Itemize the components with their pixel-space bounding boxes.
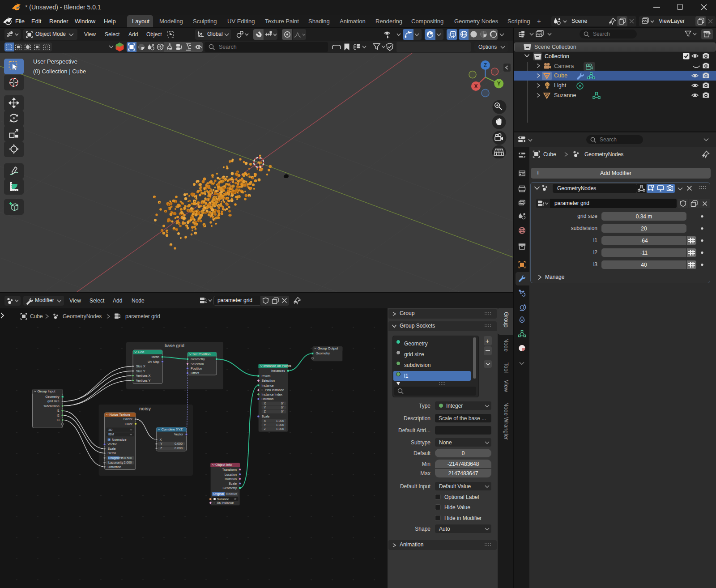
svg-text:Relative: Relative	[226, 492, 237, 495]
svg-text:Y: Y	[264, 423, 266, 427]
svg-text:grid size: grid size	[47, 399, 60, 403]
svg-text:Group Input: Group Input	[38, 389, 56, 393]
svg-text:Pick Instance: Pick Instance	[265, 388, 284, 392]
svg-text:Geometry: Geometry	[222, 486, 237, 490]
svg-text:base grid: base grid	[165, 343, 184, 348]
svg-text:UV Map: UV Map	[148, 360, 159, 364]
svg-text:Combine XYZ: Combine XYZ	[162, 427, 183, 431]
svg-text:Vertices Y: Vertices Y	[136, 379, 150, 383]
svg-text:l1: l1	[57, 409, 60, 413]
svg-text:1.000: 1.000	[276, 427, 284, 431]
svg-text:Rotation: Rotation	[261, 397, 273, 401]
svg-text:Mesh: Mesh	[151, 355, 159, 359]
svg-text:Vertices X: Vertices X	[136, 374, 151, 378]
svg-text:Suzanne: Suzanne	[217, 498, 229, 501]
svg-text:Vector: Vector	[174, 432, 183, 436]
svg-text:Normalize: Normalize	[112, 438, 126, 442]
svg-text:Grid: Grid	[138, 350, 144, 354]
svg-text:Z: Z	[484, 62, 487, 68]
svg-text:Location: Location	[225, 473, 237, 477]
svg-text:Detail: Detail	[108, 451, 116, 455]
svg-text:Lacunarity: Lacunarity	[108, 460, 124, 464]
svg-text:X: X	[264, 401, 266, 405]
svg-text:0°: 0°	[281, 401, 284, 405]
svg-text:Geometry: Geometry	[315, 351, 330, 355]
svg-text:Color: Color	[125, 422, 133, 426]
svg-text:3D: 3D	[108, 428, 112, 432]
svg-text:As Instance: As Instance	[217, 501, 234, 505]
svg-text:subdivision: subdivision	[43, 404, 60, 408]
svg-text:Rotation: Rotation	[225, 477, 237, 481]
svg-text:Instance on Points: Instance on Points	[263, 364, 291, 368]
svg-text:Group Output: Group Output	[317, 346, 338, 350]
svg-text:X: X	[160, 438, 162, 442]
svg-text:Y: Y	[264, 405, 266, 409]
svg-text:Y: Y	[160, 442, 162, 446]
svg-text:Instances: Instances	[271, 369, 285, 373]
svg-text:Transform: Transform	[222, 468, 237, 472]
svg-text:Size Y: Size Y	[136, 369, 145, 373]
svg-text:1.000: 1.000	[276, 419, 284, 423]
svg-text:Vector: Vector	[108, 442, 117, 446]
svg-text:0°: 0°	[281, 405, 284, 409]
svg-text:0.000: 0.000	[175, 446, 183, 450]
svg-text:Distortion: Distortion	[108, 465, 121, 469]
svg-text:0°: 0°	[281, 409, 284, 413]
svg-text:Original: Original	[213, 492, 224, 496]
svg-text:Points: Points	[261, 374, 270, 378]
svg-text:Selection: Selection	[261, 379, 275, 383]
svg-text:2.000: 2.000	[124, 460, 132, 464]
svg-text:0.000: 0.000	[175, 442, 183, 446]
svg-text:Noise Texture: Noise Texture	[110, 413, 130, 417]
svg-text:fBM: fBM	[108, 432, 114, 436]
svg-text:Geometry: Geometry	[191, 357, 205, 361]
svg-text:Scale: Scale	[261, 414, 269, 418]
svg-text:Y: Y	[497, 81, 501, 87]
svg-text:X: X	[474, 83, 477, 89]
svg-text:Z: Z	[264, 409, 266, 413]
svg-text:l2: l2	[57, 413, 60, 418]
svg-text:Factor: Factor	[124, 417, 133, 421]
svg-text:Scale: Scale	[108, 447, 116, 451]
svg-text:noisy: noisy	[139, 406, 151, 411]
svg-text:Set Position: Set Position	[192, 352, 211, 356]
svg-text:Object Info: Object Info	[215, 463, 232, 467]
svg-text:Selection: Selection	[191, 362, 204, 366]
svg-text:Geometry: Geometry	[45, 395, 60, 399]
svg-text:Instance Index: Instance Index	[261, 392, 282, 396]
svg-text:Size X: Size X	[136, 364, 145, 368]
svg-text:Scale: Scale	[229, 481, 237, 486]
svg-text:l3: l3	[57, 418, 60, 422]
svg-text:X: X	[264, 419, 266, 423]
svg-text:Z: Z	[264, 427, 266, 431]
svg-text:Z: Z	[160, 446, 162, 450]
svg-text:Position: Position	[191, 366, 202, 371]
svg-text:Offset: Offset	[191, 371, 199, 375]
svg-text:1.000: 1.000	[276, 423, 284, 427]
svg-text:Instance: Instance	[261, 383, 273, 388]
svg-text:Roughness: Roughness	[108, 456, 124, 460]
svg-text:0.500: 0.500	[124, 456, 132, 460]
